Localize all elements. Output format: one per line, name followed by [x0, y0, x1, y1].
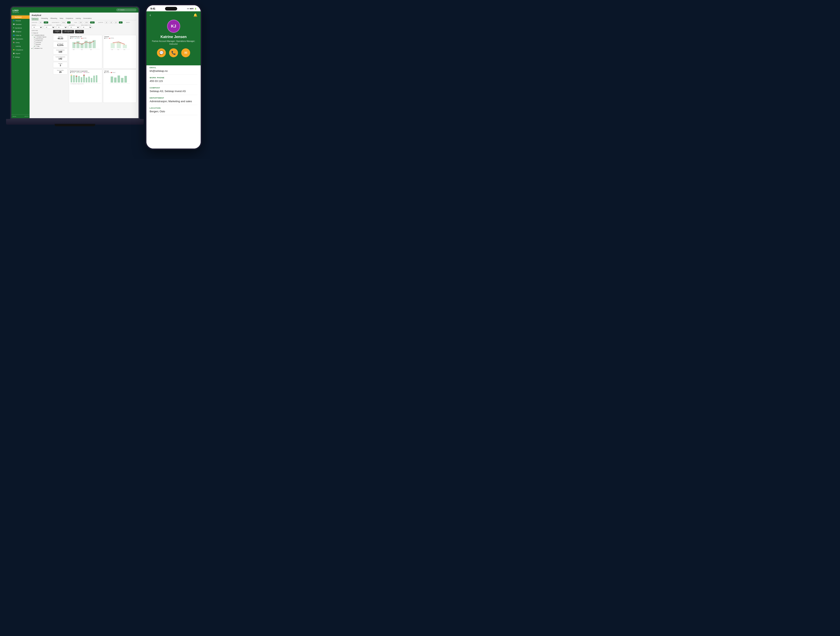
- year-2021[interactable]: 2021: [79, 22, 83, 24]
- phone-call-button[interactable]: 📞: [169, 48, 178, 57]
- quarter-q1[interactable]: Q1: [105, 22, 108, 24]
- search-icon: 🔍: [118, 9, 120, 11]
- tree-checkbox[interactable]: [34, 38, 35, 39]
- tree-checkbox[interactable]: [33, 35, 35, 36]
- quarter-q4[interactable]: Q4: [119, 22, 122, 24]
- svg-rect-36: [121, 78, 123, 83]
- legend-item: full time: [109, 38, 114, 39]
- tab-offboarding[interactable]: Offboarding: [50, 17, 57, 20]
- toggle-job-type-sub: All: [77, 32, 82, 33]
- expand-icon[interactable]: ▶: [34, 46, 35, 47]
- user-title: Partner Account Manager; Operations Mana…: [150, 40, 197, 46]
- legend-item: Group 2: [111, 72, 115, 73]
- tree-admin[interactable]: Administrasjon: [34, 38, 52, 40]
- sidebar-label: Dashboard: [14, 16, 22, 18]
- tab-conversations[interactable]: Conversations: [83, 17, 92, 20]
- expand-icon[interactable]: ▼: [32, 35, 33, 36]
- tree-kundeservice[interactable]: Kundeservice: [34, 40, 52, 41]
- select-all[interactable]: Select All: [32, 32, 52, 34]
- language-eng[interactable]: ENG: [44, 22, 48, 24]
- status-time: 9:41: [150, 7, 155, 10]
- svg-rect-18: [71, 74, 72, 76]
- search-box[interactable]: 🔍 Search: [116, 8, 136, 11]
- chart-title: Turnover: [104, 36, 135, 37]
- sidebar-item-analytical[interactable]: 📊 Analytical: [11, 30, 30, 33]
- signal-icon: ▪▪▪: [187, 8, 189, 10]
- detail-value-work-phone: 455 03 115: [150, 80, 197, 83]
- select-all-checkbox[interactable]: [32, 32, 33, 34]
- sidebar-item-personal[interactable]: 👤 Personal: [11, 19, 30, 22]
- quarter-q3[interactable]: Q3: [114, 22, 118, 24]
- tab-employees[interactable]: Employees: [32, 17, 38, 20]
- detail-label-department: DEPARTMENT: [150, 97, 197, 99]
- sidebar-item-learning[interactable]: 🎓 Learning: [11, 44, 30, 48]
- followup-icon: 👥: [13, 35, 15, 36]
- age-group-select[interactable]: All: [69, 26, 80, 29]
- tree-tqm[interactable]: ▶ 4HUMAN TQM AS: [34, 36, 52, 38]
- sidebar-label: Organisation: [16, 38, 23, 40]
- sidebar-item-organisation[interactable]: 🏢 Organisation: [11, 37, 30, 41]
- tree-checkbox[interactable]: [35, 36, 37, 38]
- email-button[interactable]: ✉: [181, 48, 190, 57]
- toggle-gender[interactable]: GENDERAll: [53, 30, 62, 33]
- tree-leveranse[interactable]: Leveranse: [34, 41, 52, 43]
- structure-panel: STRUCTURE Select All ▼ 4HUMAN HRM AS: [32, 30, 52, 103]
- departments-all[interactable]: All: [67, 22, 71, 24]
- expand-icon[interactable]: ▶: [34, 36, 35, 38]
- sidebar-item-dashboard[interactable]: ⌂ Dashboard: [11, 16, 30, 19]
- departments-label: DEPARTMENTS: [52, 22, 59, 23]
- company-name: SELSKAP AS: [13, 12, 28, 13]
- tab-onboarding[interactable]: Onboarding: [41, 17, 48, 20]
- tree-salg[interactable]: ▶ Salg: [34, 45, 52, 47]
- legend-item: Permanent: [77, 72, 82, 73]
- sidebar-item-library[interactable]: 📚 Library: [11, 41, 30, 44]
- notification-bell[interactable]: 🔔: [193, 13, 197, 17]
- sidebar-label: Library: [16, 42, 20, 43]
- tree-checkbox[interactable]: [35, 45, 37, 47]
- footer-brand: 4human: [13, 116, 16, 117]
- toggle-job-type[interactable]: JOB TYPEAll: [75, 30, 84, 33]
- legend-dot: [111, 72, 112, 73]
- employment-type-select[interactable]: All: [81, 26, 92, 29]
- employment-type-group: EMPLOYMENT TYPE All: [81, 25, 92, 29]
- svg-text:2022: 2022: [81, 49, 83, 50]
- language-no[interactable]: NO: [39, 22, 43, 24]
- job-category-label: JOB CATEGORY: [44, 25, 55, 26]
- departments-active[interactable]: Active: [61, 22, 66, 24]
- tree-operation[interactable]: Operation: [34, 43, 52, 45]
- tab-salary[interactable]: Salary: [60, 17, 63, 20]
- tab-competence[interactable]: Competence: [66, 17, 73, 20]
- tab-learning[interactable]: Learning: [76, 17, 81, 20]
- sidebar-item-newsfeed[interactable]: 📰 Newsfeed: [11, 22, 30, 26]
- kpi-value: 40,53: [54, 37, 66, 40]
- gender-select[interactable]: All: [32, 26, 43, 29]
- tree-4human-hrm[interactable]: ▼ 4HUMAN HRM AS: [32, 34, 52, 36]
- sidebar-item-followup[interactable]: 👥 Follow up: [11, 33, 30, 37]
- tree-checkbox[interactable]: [34, 42, 35, 43]
- job-type-select[interactable]: All: [56, 26, 68, 29]
- job-category-select[interactable]: All: [44, 26, 55, 29]
- sidebar-footer: 4human v20.12.3: [11, 114, 30, 118]
- back-button[interactable]: ‹: [150, 13, 151, 17]
- message-button[interactable]: 💬: [157, 48, 166, 57]
- tree-4human-it[interactable]: ▶ 4HUMAN IT AS: [32, 47, 52, 49]
- expand-icon[interactable]: ▶: [32, 48, 32, 49]
- chart-grid: Employments per unit Publ: [69, 35, 136, 103]
- year-2023[interactable]: 2023: [90, 22, 95, 24]
- sidebar-item-settings[interactable]: ⚙ Settings: [11, 55, 30, 59]
- sidebar-item-operational[interactable]: ⚙ Operational: [11, 26, 30, 30]
- legend-dot: [104, 38, 105, 39]
- sidebar-label: Competence: [16, 49, 23, 50]
- tree-checkbox[interactable]: [34, 44, 35, 45]
- sidebar-item-reports[interactable]: 📋 Reports: [11, 52, 30, 55]
- year-2022[interactable]: 2022: [84, 22, 89, 24]
- dynamic-island: [165, 7, 177, 11]
- detail-value-company: Selskap AS; Selskap Invest AS: [150, 90, 197, 93]
- tree-checkbox[interactable]: [33, 47, 34, 49]
- tree-checkbox[interactable]: [34, 40, 35, 41]
- toggle-job-category[interactable]: JOB CATEGORYAll: [62, 30, 74, 33]
- sidebar-item-competence[interactable]: ⭐ Competence: [11, 48, 30, 52]
- kpi-charts-grid: Total FTE 40,53 Turnover rate 9,15% Curr…: [53, 35, 136, 103]
- quarter-q2[interactable]: Q2: [109, 22, 113, 24]
- phone: 9:41 ▪▪▪ WiFi 🔋 ‹ 🔔 KJ Katrine Jensen Pa…: [145, 4, 202, 150]
